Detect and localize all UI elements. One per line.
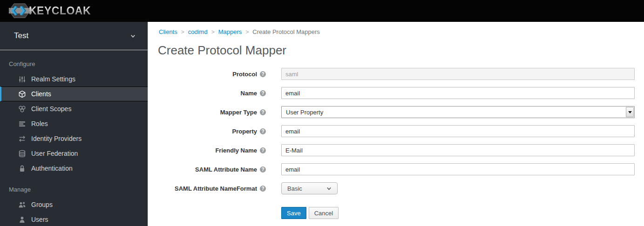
form-row-friendly-name: Friendly Name? — [148, 144, 644, 156]
help-icon: ? — [260, 147, 266, 153]
field-label-text: Property — [232, 128, 257, 135]
help-icon: ? — [260, 109, 266, 115]
sidebar-item-label: Groups — [31, 201, 53, 208]
sidebar-item-clients[interactable]: Clients — [0, 86, 148, 101]
nav-section-label: Configure — [0, 50, 148, 72]
field-value-saml-attribute-name — [281, 163, 635, 175]
property-input[interactable] — [281, 125, 635, 137]
field-value-saml-attribute-nameformat: Basic — [281, 182, 635, 194]
realm-name: Test — [14, 31, 28, 40]
breadcrumb-item-mappers: Mappers — [218, 28, 242, 35]
sidebar-nav: ConfigureRealm SettingsClientsClient Sco… — [0, 50, 148, 226]
sidebar-item-client-scopes[interactable]: Client Scopes — [0, 101, 148, 116]
field-label-saml-attribute-name: SAML Attribute Name? — [148, 166, 266, 173]
breadcrumb: Clients>codimd>Mappers>Create Protocol M… — [148, 22, 644, 35]
field-label-text: Friendly Name — [215, 147, 257, 154]
breadcrumb-link[interactable]: codimd — [188, 28, 208, 35]
breadcrumb-separator: > — [245, 29, 249, 35]
breadcrumb-link[interactable]: Mappers — [218, 28, 242, 35]
field-label-text: Protocol — [232, 71, 257, 78]
breadcrumb-separator: > — [181, 29, 184, 35]
sidebar-item-authentication[interactable]: Authentication — [0, 161, 148, 176]
top-navbar: KEYCLOAK — [0, 0, 644, 22]
sidebar-item-users[interactable]: Users — [0, 212, 148, 226]
breadcrumb-item-clients: Clients — [159, 28, 177, 35]
help-icon: ? — [260, 71, 266, 77]
breadcrumb-item-create-protocol-mappers: Create Protocol Mappers — [252, 28, 320, 35]
protocol-input — [281, 68, 635, 80]
field-label-text: Mapper Type — [220, 109, 257, 116]
help-icon: ? — [260, 186, 266, 192]
sidebar-item-roles[interactable]: Roles — [0, 116, 148, 131]
cancel-button[interactable]: Cancel — [309, 207, 339, 219]
save-button[interactable]: Save — [281, 207, 306, 219]
form-row-mapper-type: Mapper Type?User Property — [148, 106, 644, 118]
sidebar-item-label: Authentication — [31, 165, 73, 172]
exchange-arrows-icon — [18, 135, 26, 143]
nav-section-label: Manage — [0, 176, 148, 197]
list-icon — [18, 120, 26, 128]
field-value-mapper-type: User Property — [281, 106, 635, 118]
cube-icon — [18, 90, 26, 98]
keycloak-logo-icon — [7, 2, 32, 19]
breadcrumb-item-codimd: codimd — [188, 28, 208, 35]
sidebar-item-label: Client Scopes — [31, 105, 71, 113]
help-icon: ? — [260, 166, 266, 173]
selected-value: User Property — [286, 109, 323, 116]
sidebar-item-groups[interactable]: Groups — [0, 197, 148, 212]
database-icon — [18, 150, 26, 158]
lock-icon — [18, 165, 26, 173]
sidebar-item-label: Identity Providers — [31, 135, 81, 142]
field-value-protocol — [281, 68, 635, 80]
sidebar-item-user-federation[interactable]: User Federation — [0, 146, 148, 161]
form-buttons: SaveCancel — [281, 207, 644, 219]
saml-attribute-nameformat-select[interactable]: Basic — [281, 182, 338, 194]
saml-attribute-name-input[interactable] — [281, 163, 635, 175]
field-label-text: SAML Attribute NameFormat — [175, 185, 257, 192]
create-protocol-mapper-form: Protocol?Name?Mapper Type?User PropertyP… — [148, 68, 644, 219]
form-row-property: Property? — [148, 125, 644, 137]
friendly-name-input[interactable] — [281, 144, 635, 156]
mapper-type-select[interactable]: User Property — [281, 106, 635, 118]
form-row-saml-attribute-nameformat: SAML Attribute NameFormat?Basic — [148, 182, 644, 194]
main-content: Clients>codimd>Mappers>Create Protocol M… — [148, 22, 644, 226]
user-icon — [18, 216, 26, 224]
cubes-icon — [18, 105, 26, 113]
breadcrumb-separator: > — [211, 29, 215, 35]
sidebar-item-label: Users — [31, 216, 48, 223]
form-row-protocol: Protocol? — [148, 68, 644, 80]
field-label-friendly-name: Friendly Name? — [148, 147, 266, 154]
sidebar-item-label: Realm Settings — [31, 75, 75, 83]
field-label-protocol: Protocol? — [148, 71, 266, 78]
form-row-name: Name? — [148, 87, 644, 99]
page-title: Create Protocol Mapper — [158, 43, 644, 58]
sidebar: Test ConfigureRealm SettingsClientsClien… — [0, 22, 148, 226]
sidebar-item-identity-providers[interactable]: Identity Providers — [0, 131, 148, 146]
keycloak-logo-text: KEYCLOAK — [29, 5, 91, 17]
chevron-down-icon — [326, 186, 332, 192]
sidebar-item-label: Clients — [31, 90, 51, 98]
help-icon: ? — [260, 90, 266, 96]
selected-value: Basic — [287, 185, 302, 192]
field-value-name — [281, 87, 635, 99]
field-label-text: Name — [241, 90, 257, 97]
breadcrumb-link[interactable]: Clients — [159, 28, 177, 35]
sliders-icon — [18, 75, 26, 83]
field-value-friendly-name — [281, 144, 635, 156]
sidebar-item-label: User Federation — [31, 150, 78, 157]
name-input[interactable] — [281, 87, 635, 99]
form-row-saml-attribute-name: SAML Attribute Name? — [148, 163, 644, 175]
field-label-mapper-type: Mapper Type? — [148, 109, 266, 116]
field-label-text: SAML Attribute Name — [195, 166, 257, 173]
sidebar-item-label: Roles — [31, 120, 48, 127]
realm-selector[interactable]: Test — [0, 22, 148, 50]
chevron-down-icon — [129, 33, 136, 40]
field-label-name: Name? — [148, 90, 266, 97]
keycloak-logo[interactable]: KEYCLOAK — [7, 2, 644, 19]
group-icon — [18, 201, 26, 209]
sidebar-item-realm-settings[interactable]: Realm Settings — [0, 72, 148, 86]
field-label-property: Property? — [148, 128, 266, 135]
field-value-property — [281, 125, 635, 137]
dropdown-arrow-icon[interactable] — [626, 107, 634, 117]
help-icon: ? — [260, 128, 266, 134]
